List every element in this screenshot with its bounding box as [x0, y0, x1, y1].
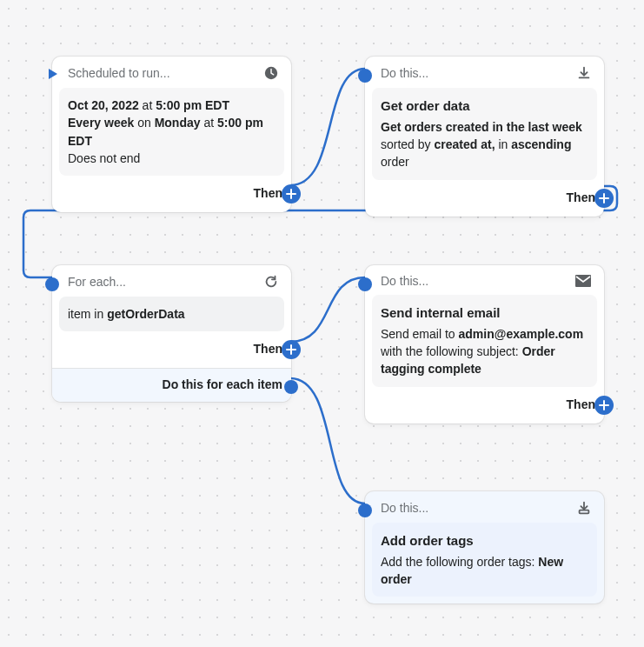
mail-icon	[574, 274, 592, 288]
node-get-order-data[interactable]: Do this... Get order data Get orders cre…	[365, 57, 604, 217]
then-label: Then	[254, 186, 282, 200]
download-icon	[576, 65, 592, 81]
loop-icon	[263, 274, 279, 290]
node-send-email[interactable]: Do this... Send internal email Send emai…	[365, 265, 604, 424]
foreach-label: Do this for each item	[163, 377, 282, 391]
clock-icon	[263, 65, 279, 81]
then-label: Then	[567, 190, 595, 204]
foreach-port[interactable]	[284, 380, 298, 394]
schedule-summary: Oct 20, 2022 at 5:00 pm EDT Every week o…	[59, 88, 284, 176]
header-label: For each...	[68, 275, 126, 289]
header-label: Do this...	[381, 66, 428, 80]
action-summary: Send internal email Send email to admin@…	[372, 295, 597, 387]
then-label: Then	[567, 397, 595, 411]
add-step-button[interactable]	[282, 184, 301, 203]
add-step-button[interactable]	[594, 189, 614, 208]
node-for-each[interactable]: For each... item in getOrderData Then Do…	[52, 265, 291, 402]
add-step-button[interactable]	[282, 340, 301, 359]
input-port[interactable]	[358, 69, 372, 83]
then-label: Then	[254, 342, 282, 356]
action-summary: Get order data Get orders created in the…	[372, 88, 597, 180]
node-scheduled[interactable]: Scheduled to run... Oct 20, 2022 at 5:00…	[52, 57, 291, 212]
node-add-tags[interactable]: Do this... Add order tags Add the follow…	[365, 491, 604, 604]
add-step-button[interactable]	[594, 396, 614, 415]
input-port[interactable]	[358, 277, 372, 291]
header-label: Do this...	[381, 501, 428, 515]
input-port[interactable]	[45, 277, 59, 291]
action-summary: Add order tags Add the following order t…	[372, 523, 597, 597]
header-label: Do this...	[381, 274, 428, 288]
header-label: Scheduled to run...	[68, 66, 170, 80]
import-icon	[576, 500, 592, 516]
play-icon	[43, 65, 61, 86]
svg-rect-2	[580, 510, 589, 514]
loop-summary: item in getOrderData	[59, 297, 284, 331]
input-port[interactable]	[358, 504, 372, 517]
